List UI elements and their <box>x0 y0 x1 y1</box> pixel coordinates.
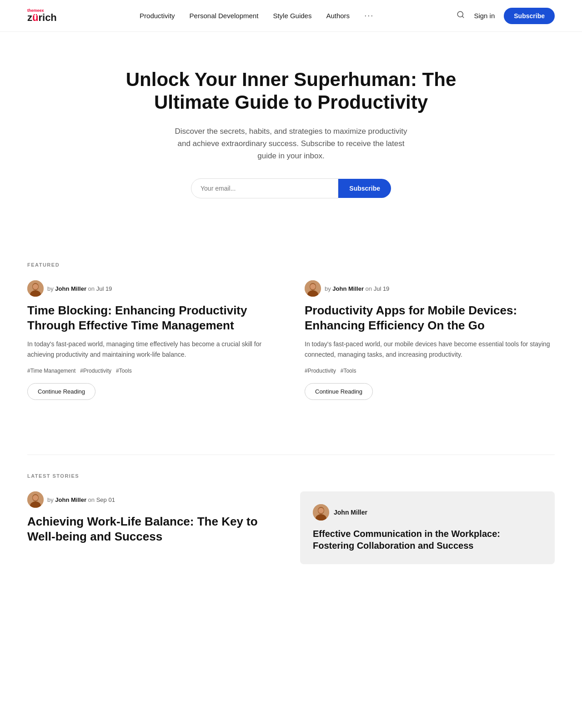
continue-reading-btn-2[interactable]: Continue Reading <box>305 383 373 400</box>
tag-time-management[interactable]: #Time Management <box>27 368 75 374</box>
email-form: Subscribe <box>191 178 391 198</box>
author-info-2: by John Miller on Jul 19 <box>325 285 389 292</box>
svg-point-5 <box>33 284 38 289</box>
latest-right-article: John Miller Effective Communication in t… <box>300 491 555 564</box>
article-title-1: Time Blocking: Enhancing Productivity Th… <box>27 303 277 333</box>
featured-article-2: by John Miller on Jul 19 Productivity Ap… <box>305 280 555 400</box>
hero-title: Unlock Your Inner Superhuman: The Ultima… <box>91 68 491 114</box>
tag-tools-1[interactable]: #Tools <box>116 368 132 374</box>
latest-author-info-left: by John Miller on Sep 01 <box>47 496 115 503</box>
hero-section: Unlock Your Inner Superhuman: The Ultima… <box>0 32 582 226</box>
continue-reading-btn-1[interactable]: Continue Reading <box>27 383 95 400</box>
svg-point-17 <box>318 508 324 513</box>
avatar-latest-right <box>313 504 329 521</box>
article-tags-2: #Productivity #Tools <box>305 368 555 374</box>
nav-personal-development[interactable]: Personal Development <box>190 12 259 20</box>
subscribe-button-hero[interactable]: Subscribe <box>338 179 391 198</box>
avatar-latest-left <box>27 491 44 508</box>
section-divider <box>27 455 555 455</box>
hero-subtitle: Discover the secrets, habits, and strate… <box>173 125 409 162</box>
nav-authors[interactable]: Authors <box>326 12 350 20</box>
email-input[interactable] <box>191 178 338 198</box>
svg-line-1 <box>462 16 464 17</box>
author-meta-2: by John Miller on Jul 19 <box>305 280 555 297</box>
latest-title-right: Effective Communication in the Workplace… <box>313 528 542 551</box>
featured-label: FEATURED <box>27 262 555 268</box>
latest-grid: by John Miller on Sep 01 Achieving Work-… <box>27 491 555 564</box>
latest-author-meta-right: John Miller <box>313 504 542 521</box>
featured-section: FEATURED by John Miller on Jul 19 Time B… <box>0 262 582 427</box>
latest-label: LATEST STORIES <box>27 473 555 479</box>
featured-article-1: by John Miller on Jul 19 Time Blocking: … <box>27 280 277 400</box>
site-logo[interactable]: themeex zürich <box>27 9 57 23</box>
tag-tools-2[interactable]: #Tools <box>341 368 356 374</box>
subscribe-button-header[interactable]: Subscribe <box>504 8 555 24</box>
site-header: themeex zürich Productivity Personal Dev… <box>0 0 582 32</box>
article-title-2: Productivity Apps for Mobile Devices: En… <box>305 303 555 333</box>
svg-point-13 <box>33 495 38 500</box>
header-actions: Sign in Subscribe <box>457 8 555 24</box>
article-tags-1: #Time Management #Productivity #Tools <box>27 368 277 374</box>
article-excerpt-1: In today's fast-paced world, managing ti… <box>27 339 277 359</box>
latest-left-article: by John Miller on Sep 01 Achieving Work-… <box>27 491 282 564</box>
nav-productivity[interactable]: Productivity <box>140 12 175 20</box>
tag-productivity-1[interactable]: #Productivity <box>80 368 111 374</box>
main-nav: Productivity Personal Development Style … <box>140 11 374 20</box>
signin-link[interactable]: Sign in <box>474 12 495 20</box>
latest-title-left: Achieving Work-Life Balance: The Key to … <box>27 514 282 544</box>
logo-name: zürich <box>27 13 57 23</box>
tag-productivity-2[interactable]: #Productivity <box>305 368 336 374</box>
article-excerpt-2: In today's fast-paced world, our mobile … <box>305 339 555 359</box>
author-meta-1: by John Miller on Jul 19 <box>27 280 277 297</box>
avatar-2 <box>305 280 321 297</box>
search-button[interactable] <box>457 10 465 21</box>
avatar-1 <box>27 280 44 297</box>
latest-author-name-right: John Miller <box>334 509 367 516</box>
nav-style-guides[interactable]: Style Guides <box>273 12 311 20</box>
author-info-1: by John Miller on Jul 19 <box>47 285 112 292</box>
featured-grid: by John Miller on Jul 19 Time Blocking: … <box>27 280 555 400</box>
latest-author-meta-left: by John Miller on Sep 01 <box>27 491 282 508</box>
svg-point-9 <box>310 284 316 289</box>
more-nav-icon[interactable]: ··· <box>364 11 374 20</box>
latest-section: LATEST STORIES by John Miller on Sep 01 … <box>0 473 582 601</box>
